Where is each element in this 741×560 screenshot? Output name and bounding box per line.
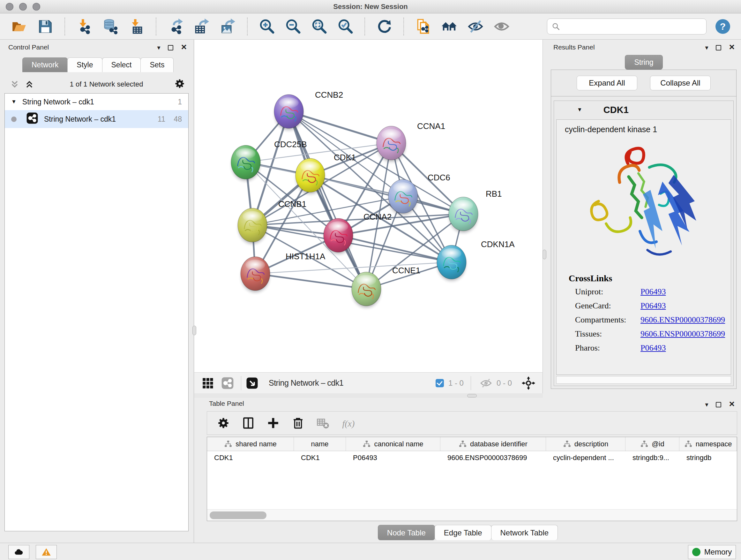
apply-preferred-layout-button[interactable]	[376, 18, 393, 35]
node-CCNE1[interactable]: CCNE1	[352, 266, 420, 308]
toolbar-separator	[247, 17, 248, 36]
zoom-selected-button[interactable]	[337, 18, 354, 35]
zoom-out-button[interactable]	[285, 18, 301, 35]
network-graph[interactable]: CCNB2 CCNA1 CDC25B CDK1 CDC6 R	[194, 40, 543, 372]
protein-disclosure-icon[interactable]: ▼	[577, 107, 583, 113]
import-network-from-file-button[interactable]	[76, 18, 92, 35]
show-grid-button[interactable]	[201, 377, 214, 389]
network-options-gear-icon[interactable]	[174, 78, 185, 91]
crosslink-value-link[interactable]: 9606.ENSP00000378699	[641, 315, 725, 325]
collapse-all-icon[interactable]	[10, 79, 20, 89]
control-panel-menu-icon[interactable]: ▾	[157, 44, 160, 51]
export-table-button[interactable]	[193, 18, 210, 35]
crosslink-value-link[interactable]: P06493	[641, 287, 666, 297]
tab-edge-table[interactable]: Edge Table	[434, 525, 491, 540]
gear-icon	[217, 416, 230, 430]
network-overview-button[interactable]	[221, 377, 234, 389]
birds-eye-move-icon[interactable]	[522, 376, 536, 390]
control-panel-float-icon[interactable]	[168, 45, 173, 51]
network-collection-row[interactable]: ▼ String Network – cdk1 1	[5, 94, 188, 110]
right-splitter-handle[interactable]	[542, 250, 546, 259]
hide-selected-button[interactable]	[467, 18, 484, 35]
column-header-description[interactable]: description	[546, 437, 625, 451]
save-session-button[interactable]	[37, 18, 54, 35]
collapse-all-button[interactable]: Collapse All	[650, 76, 711, 90]
create-column-button[interactable]	[266, 416, 280, 430]
table-cell[interactable]: CDK1	[207, 451, 294, 464]
first-neighbors-button[interactable]	[441, 18, 458, 35]
table-cell[interactable]: 9606.ENSP00000378699	[441, 451, 546, 464]
tab-node-table[interactable]: Node Table	[378, 525, 435, 540]
tab-string[interactable]: String	[625, 55, 663, 70]
clone-network-button[interactable]	[415, 18, 431, 35]
delete-columns-button[interactable]	[291, 416, 305, 430]
results-panel-close-icon[interactable]: ×	[729, 42, 735, 52]
results-scroll-strip[interactable]	[556, 376, 731, 384]
table-horizontal-scrollbar[interactable]	[207, 509, 737, 521]
node-RB1[interactable]: RB1	[449, 189, 502, 233]
table-panel-close-icon[interactable]: ×	[729, 399, 735, 409]
warnings-button[interactable]	[36, 545, 57, 559]
search-input[interactable]	[563, 20, 702, 33]
show-columns-button[interactable]	[242, 416, 255, 430]
import-network-from-database-button[interactable]	[102, 18, 119, 35]
crosslink-value-link[interactable]: P06493	[641, 301, 666, 311]
crosslink-value-link[interactable]: P06493	[641, 343, 666, 353]
table-cell[interactable]: stringdb:9...	[625, 451, 679, 464]
node-label-CCNE1: CCNE1	[392, 266, 420, 275]
table-cell[interactable]: stringdb	[679, 451, 737, 464]
export-image-button[interactable]	[219, 18, 236, 35]
scrollbar-thumb[interactable]	[210, 511, 266, 519]
network-nodes[interactable]: CCNB2 CCNA1 CDC25B CDK1 CDC6 R	[231, 90, 515, 308]
table-row[interactable]: CDK1CDK1P064939606.ENSP00000378699cyclin…	[207, 451, 737, 464]
open-file-button[interactable]	[11, 18, 27, 35]
column-header-canonicalname[interactable]: canonical name	[346, 437, 441, 451]
results-panel-menu-icon[interactable]: ▾	[705, 44, 708, 51]
crosslink-label: Tissues:	[575, 329, 641, 339]
tab-select[interactable]: Select	[102, 57, 141, 72]
memory-button[interactable]: Memory	[688, 545, 736, 559]
table-cell[interactable]: P06493	[346, 451, 441, 464]
zoom-fit-button[interactable]	[311, 18, 327, 35]
results-panel-float-icon[interactable]	[716, 45, 721, 51]
network-canvas[interactable]: CCNB2 CCNA1 CDC25B CDK1 CDC6 R	[194, 40, 543, 372]
table-options-button[interactable]	[217, 416, 230, 430]
function-builder-button[interactable]: f(x)	[341, 416, 354, 430]
control-panel-close-icon[interactable]: ×	[181, 42, 187, 52]
tab-network-table[interactable]: Network Table	[491, 525, 558, 540]
node-CDKN1A[interactable]: CDKN1A	[437, 240, 515, 281]
show-all-button[interactable]	[493, 18, 510, 35]
collection-disclosure-icon[interactable]: ▼	[11, 99, 17, 105]
column-header-id[interactable]: @id	[625, 437, 679, 451]
crosslink-value-link[interactable]: 9606.ENSP00000378699	[641, 329, 725, 339]
help-button[interactable]: ?	[716, 19, 730, 34]
delete-table-button[interactable]	[316, 416, 330, 430]
import-table-from-file-button[interactable]	[128, 18, 145, 35]
table-cell[interactable]: CDK1	[294, 451, 346, 464]
search-box[interactable]	[547, 18, 706, 35]
tab-sets[interactable]: Sets	[140, 57, 174, 72]
selected-nodes-checkbox[interactable]	[435, 379, 444, 387]
zoom-in-button[interactable]	[259, 18, 275, 35]
tab-style[interactable]: Style	[67, 57, 102, 72]
node-CCNA1[interactable]: CCNA1	[377, 121, 445, 162]
horizontal-splitter[interactable]	[194, 393, 543, 398]
expand-all-button[interactable]: Expand All	[577, 76, 637, 90]
tab-network[interactable]: Network	[22, 57, 68, 72]
open-in-new-window-button[interactable]	[246, 377, 259, 389]
cloud-button[interactable]	[8, 545, 29, 559]
table-panel-float-icon[interactable]	[716, 402, 721, 408]
table-cell[interactable]: cyclin-dependent ...	[546, 451, 625, 464]
table-panel-menu-icon[interactable]: ▾	[705, 401, 708, 408]
node-CCNA2[interactable]: CCNA2	[324, 212, 392, 254]
splitter-handle[interactable]	[467, 394, 477, 397]
expand-all-icon[interactable]	[24, 79, 35, 89]
column-header-sharedname[interactable]: shared name	[207, 437, 294, 451]
edge-CCNE1-HIST1H1A	[255, 273, 366, 289]
column-header-name[interactable]: name	[294, 437, 346, 451]
left-splitter-handle[interactable]	[192, 326, 196, 335]
column-header-databaseidentifier[interactable]: database identifier	[441, 437, 546, 451]
export-network-button[interactable]	[167, 18, 184, 35]
column-header-namespace[interactable]: namespace	[679, 437, 737, 451]
network-row-selected[interactable]: String Network – cdk1 11 48	[5, 110, 188, 128]
